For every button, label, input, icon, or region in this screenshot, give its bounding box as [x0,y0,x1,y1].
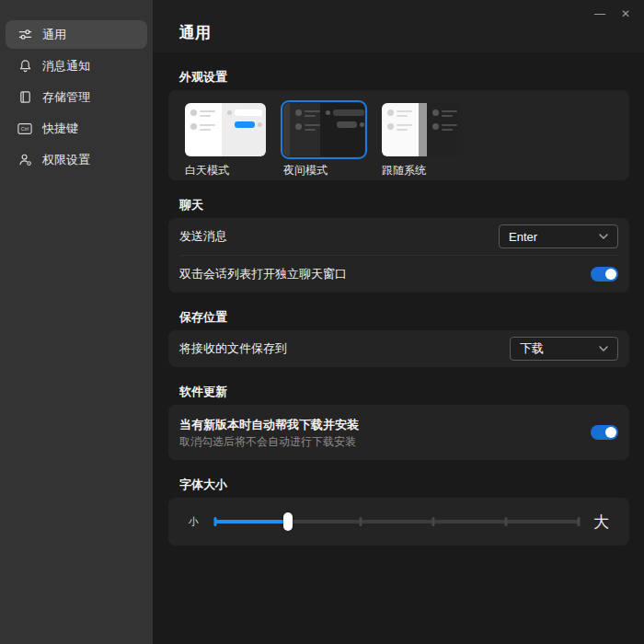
chat-card: 发送消息 Enter 双击会话列表打开独立聊天窗口 [168,218,629,293]
close-button[interactable]: ✕ [615,4,637,24]
double-click-chat-window-toggle[interactable] [591,267,618,282]
double-click-row: 双击会话列表打开独立聊天窗口 [168,256,629,293]
sidebar-item-label: 快捷键 [42,121,78,137]
double-click-label: 双击会话列表打开独立聊天窗口 [179,266,347,282]
software-update-card: 当有新版本时自动帮我下载并安装 取消勾选后将不会自动进行下载安装 [168,405,629,460]
send-message-label: 发送消息 [179,228,227,245]
save-location-row: 将接收的文件保存到 下载 [168,330,629,367]
dropdown-value: 下载 [520,340,544,357]
section-title-appearance: 外观设置 [179,71,618,83]
theme-option-night[interactable]: 夜间模式 [281,100,367,170]
chevron-down-icon [599,234,608,239]
theme-label: 跟随系统 [382,165,466,176]
titlebar: 通用 — ✕ [153,0,644,52]
send-message-row: 发送消息 Enter [168,218,629,255]
bell-icon [17,59,32,74]
auto-update-label: 当有新版本时自动帮我下载并安装 [179,418,359,432]
auto-update-toggle[interactable] [591,425,618,440]
font-size-max-label: 大 [593,512,609,533]
sidebar-item-notifications[interactable]: 消息通知 [6,52,147,80]
section-title-chat: 聊天 [179,199,618,211]
theme-thumbnail-system [379,100,466,159]
page-title: 通用 [179,22,211,43]
toggle-knob [605,427,616,438]
window-controls: — ✕ [589,4,637,24]
appearance-card: 白天模式 [168,90,629,180]
chevron-down-icon [599,346,608,351]
shortcut-key-icon: Ctrl [17,121,32,136]
sidebar-item-general[interactable]: 通用 [6,20,147,49]
settings-window: 通用 消息通知 存储管理 [0,0,644,644]
dropdown-value: Enter [509,230,537,244]
theme-option-system[interactable]: 跟随系统 [379,100,466,170]
svg-text:Ctrl: Ctrl [21,126,29,132]
sidebar-item-label: 通用 [42,27,66,43]
auto-update-description: 取消勾选后将不会自动进行下载安装 [179,435,359,448]
sidebar-item-permissions[interactable]: 权限设置 [6,145,147,174]
font-size-slider[interactable] [215,512,579,531]
section-title-font-size: 字体大小 [179,478,618,490]
font-size-card: 小 大 [168,498,629,546]
sidebar-item-storage[interactable]: 存储管理 [6,83,147,111]
storage-icon [17,90,32,105]
section-title-save-location: 保存位置 [179,311,618,323]
person-gear-icon [17,153,32,167]
minimize-button[interactable]: — [589,4,611,24]
theme-thumbnail-day [182,100,269,159]
sidebar-item-shortcuts[interactable]: Ctrl 快捷键 [6,114,147,143]
theme-option-day[interactable]: 白天模式 [182,100,269,170]
save-location-card: 将接收的文件保存到 下载 [168,330,629,367]
send-message-dropdown[interactable]: Enter [499,224,618,248]
sidebar-item-label: 权限设置 [42,152,90,168]
main-panel: 通用 — ✕ 外观设置 [153,0,644,644]
slider-fill [215,520,288,523]
sliders-icon [17,28,32,42]
toggle-knob [605,269,616,280]
theme-label: 夜间模式 [283,165,367,176]
section-title-software-update: 软件更新 [179,385,618,397]
sidebar-item-label: 消息通知 [42,58,90,75]
slider-thumb[interactable] [283,512,293,531]
sidebar: 通用 消息通知 存储管理 [0,0,153,644]
update-text-block: 当有新版本时自动帮我下载并安装 取消勾选后将不会自动进行下载安装 [179,418,359,448]
settings-content: 外观设置 [153,52,644,644]
sidebar-item-label: 存储管理 [42,89,90,106]
theme-label: 白天模式 [185,165,269,176]
save-location-dropdown[interactable]: 下载 [510,337,618,361]
theme-thumbnail-night [281,100,367,159]
save-location-label: 将接收的文件保存到 [179,340,287,357]
font-size-min-label: 小 [189,515,199,529]
